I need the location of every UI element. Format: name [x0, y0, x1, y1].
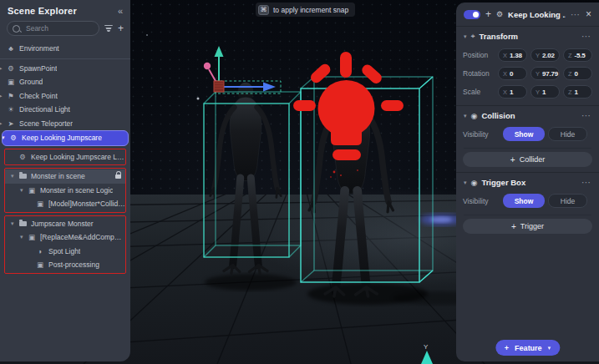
tree-item-label: Monster in scene Logic	[40, 186, 113, 195]
tree-item-monster-in-scene[interactable]: ▾Monster in scene	[5, 169, 125, 184]
tree-item-jumpscare-monster[interactable]: ▾Jumpscare Monster	[5, 217, 125, 231]
rotation-y-field[interactable]: Y97.79	[530, 67, 560, 80]
expand-caret-icon[interactable]: ▸	[0, 65, 3, 72]
search-input[interactable]	[24, 23, 94, 33]
axis-label: Y	[536, 70, 540, 78]
enable-toggle[interactable]	[464, 10, 480, 19]
section-title: Trigger Box	[481, 178, 577, 187]
tree-item-keep-looking-jumpscare-logic[interactable]: ⚙Keep Looking Jumpscare Logic	[5, 150, 125, 164]
close-icon[interactable]: ×	[586, 8, 591, 20]
axis-label: X	[503, 88, 507, 96]
tree-item-spawnpoint[interactable]: ▸⚙SpawnPoint	[0, 62, 130, 76]
chevron-down-icon[interactable]: ▾	[464, 113, 467, 119]
transform-row-label: Scale	[463, 88, 498, 96]
gizmo-x-arrowhead[interactable]	[263, 83, 276, 92]
chevron-down-icon: ▾	[548, 345, 551, 351]
gizmo-origin-cube[interactable]	[214, 81, 224, 92]
inspector-panel: + ⚙ Keep Looking ... ⋯ × ▾ ⌖ Transform ⋯…	[456, 3, 599, 361]
chevron-down-icon[interactable]: ▾	[464, 33, 467, 40]
checkpoint-icon: ⚑	[7, 93, 15, 100]
scene-tree: ♣Environment▸⚙SpawnPoint▣Ground▸⚑Check P…	[0, 40, 130, 274]
modifier-key-icon: ⌘	[258, 5, 269, 15]
axis-label: X	[503, 70, 507, 78]
folder-icon	[19, 174, 27, 179]
collision-icon: ◉	[471, 112, 478, 120]
add-collider-button[interactable]: + Collider	[463, 152, 592, 167]
collapse-panel-icon[interactable]: «	[118, 6, 123, 16]
tree-item-post-processing[interactable]: ▣Post-processing	[5, 258, 125, 272]
star-dot	[197, 98, 200, 100]
gear-icon: ⚙	[7, 65, 15, 73]
tree-item-check-point[interactable]: ▸⚑Check Point	[0, 89, 130, 104]
expand-caret-icon[interactable]: ▸	[0, 93, 3, 99]
expand-caret-icon[interactable]: ▸	[0, 120, 3, 127]
section-title: Collision	[481, 111, 577, 120]
transform-rows: PositionX1.38Y2.02Z-5.5RotationX0Y97.79Z…	[456, 46, 599, 101]
tree-item-label: Keep Looking Jumpscare	[22, 134, 102, 142]
collision-hide-button[interactable]: Hide	[548, 127, 587, 141]
rotation-x-field[interactable]: X0	[498, 67, 527, 80]
expand-caret-icon[interactable]: ▾	[20, 187, 23, 194]
tree-item-environment[interactable]: ♣Environment	[0, 42, 130, 56]
tree-item-spot-light[interactable]: ◗Spot Light	[5, 245, 125, 259]
header-menu-button[interactable]: ⋯	[571, 9, 581, 20]
gizmo-rotate-knob[interactable]	[204, 63, 211, 69]
expand-caret-icon[interactable]: ▾	[11, 173, 14, 179]
trigger-menu-button[interactable]: ⋯	[581, 177, 591, 188]
filter-icon[interactable]	[104, 25, 113, 32]
scale-x-field[interactable]: X1	[498, 85, 527, 99]
axis-value: 0	[575, 70, 578, 78]
search-box[interactable]	[7, 21, 99, 36]
scale-y-field[interactable]: Y1	[530, 85, 560, 99]
tree-item-monster-in-scene-logic[interactable]: ▾▣Monster in scene Logic	[5, 184, 125, 198]
tree-item-keep-looking-jumpscare[interactable]: ▾⚙Keep Looking Jumpscare	[2, 130, 129, 146]
section-title: Transform	[480, 32, 577, 41]
transform-row-rotation: RotationX0Y97.79Z0	[456, 64, 599, 83]
feature-button[interactable]: + Feature ▾	[495, 340, 560, 356]
tree-item-label: Keep Looking Jumpscare Logic	[31, 153, 125, 161]
annotation-red-box: ▾Monster in scene▾▣Monster in scene Logi…	[4, 168, 126, 213]
axis-label: Z	[568, 88, 572, 96]
tree-item-directional-light[interactable]: ☀Directional Light	[0, 103, 130, 117]
add-trigger-button[interactable]: + Trigger	[463, 219, 592, 234]
tree-item-label: [ReplaceMe&AddComponent]J...	[40, 233, 125, 241]
trigger-show-button[interactable]: Show	[503, 194, 545, 208]
expand-caret-icon[interactable]: ▾	[2, 134, 5, 141]
expand-caret-icon[interactable]: ▾	[20, 234, 23, 240]
y-axis-cone[interactable]	[421, 351, 433, 364]
tree-divider	[0, 58, 130, 59]
collision-menu-button[interactable]: ⋯	[581, 110, 591, 121]
transform-row-label: Rotation	[463, 69, 498, 78]
monster-shadow	[205, 274, 297, 291]
tree-item-scene-teleporter[interactable]: ▸➤Scene Teleporter	[0, 117, 130, 131]
tree-item-ground[interactable]: ▣Ground	[0, 75, 130, 89]
transform-section-header: ▾ ⌖ Transform ⋯	[456, 27, 599, 46]
position-x-field[interactable]: X1.38	[498, 48, 527, 62]
trigger-hide-button[interactable]: Hide	[548, 194, 587, 208]
position-y-field[interactable]: Y2.02	[530, 48, 560, 62]
plus-icon: +	[505, 344, 509, 352]
chevron-down-icon[interactable]: ▾	[464, 179, 467, 186]
tree-item-replaceme-addcomponent-j[interactable]: ▾▣[ReplaceMe&AddComponent]J...	[5, 230, 125, 245]
light-bulb-gizmo[interactable]	[293, 52, 404, 178]
scale-z-field[interactable]: Z1	[563, 85, 592, 99]
add-component-button[interactable]: +	[485, 9, 491, 19]
rotation-z-field[interactable]: Z0	[563, 67, 592, 80]
axis-value: 1	[510, 88, 513, 96]
gizmo-y-arrowhead[interactable]	[215, 46, 224, 57]
position-z-field[interactable]: Z-5.5	[563, 48, 592, 62]
axis-value: 1.38	[510, 52, 522, 59]
transform-menu-button[interactable]: ⋯	[581, 31, 591, 42]
tree-item-label: Spot Light	[48, 247, 80, 255]
lock-icon[interactable]	[115, 174, 121, 179]
feature-label: Feature	[515, 344, 542, 352]
expand-caret-icon[interactable]: ▾	[11, 220, 14, 227]
spotlight-icon: ◗	[36, 248, 44, 255]
cube-icon: ▣	[36, 261, 44, 269]
gear-icon: ⚙	[496, 10, 503, 18]
panel-title: Scene Explorer	[8, 6, 77, 16]
add-object-button[interactable]: +	[118, 23, 124, 33]
plus-icon: +	[511, 222, 516, 231]
tree-item-model-monster-colliderisnec[interactable]: ▣[Model]Monster*ColliderIsNec...	[5, 197, 125, 211]
collision-show-button[interactable]: Show	[503, 127, 545, 141]
